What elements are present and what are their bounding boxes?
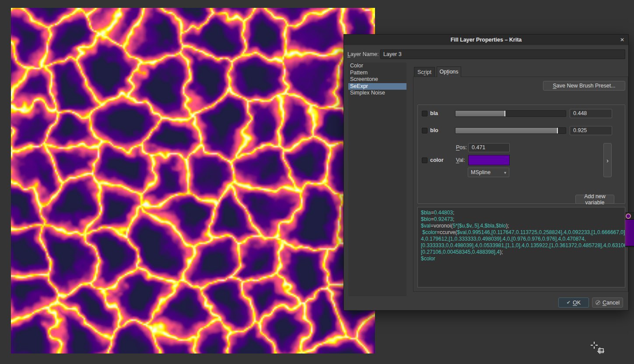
add-new-variable-button[interactable]: Add new variable [575, 195, 614, 204]
layer-name-input[interactable]: Layer 3 [380, 49, 625, 59]
fill-layer-properties-dialog: Fill Layer Properties – Krita ✕ Layer Na… [343, 34, 629, 311]
generator-item-pattern[interactable]: Pattern [348, 70, 406, 77]
val-label: Val: [456, 157, 465, 163]
cancel-slash-icon [595, 300, 600, 305]
tab-options-label: Options [439, 69, 458, 75]
dialog-title: Fill Layer Properties – Krita [451, 37, 522, 43]
chevron-down-icon: ▾ [504, 170, 506, 175]
chevron-right-icon: › [606, 157, 609, 164]
bla-slider-fill [455, 111, 505, 116]
color-checkbox[interactable] [422, 158, 427, 163]
seexpr-texture [11, 8, 375, 354]
blo-value-input[interactable]: 0.925 [570, 126, 612, 135]
script-line: $color [421, 256, 622, 262]
bla-variable-label: bla [430, 110, 438, 116]
generator-item-screentone[interactable]: Screentone [348, 76, 406, 83]
check-icon: ✔ [567, 300, 571, 305]
generator-item-color[interactable]: Color [348, 63, 406, 70]
bla-slider-handle[interactable] [504, 111, 505, 116]
layer-name-label: Layer Name: [347, 51, 379, 57]
interpolation-dropdown[interactable]: MSpline ▾ [468, 168, 509, 177]
pos-label: Pos: [456, 144, 467, 150]
tab-options[interactable]: Options [437, 66, 461, 77]
generator-item-seexpr[interactable]: SeExpr [348, 83, 406, 90]
bla-checkbox[interactable] [422, 111, 427, 116]
script-line: [0.333333,0,0.498039],4,0.0533981,[1,1,0… [421, 242, 622, 249]
seexpr-script-editor[interactable]: $bla=0.44803;$blo=0.92473;$val=voronoi(5… [417, 207, 625, 287]
add-new-variable-label: Add new variable [576, 193, 614, 206]
blo-slider-handle[interactable] [557, 128, 558, 133]
dialog-titlebar[interactable]: Fill Layer Properties – Krita ✕ [344, 35, 628, 45]
crosshair-cursor [591, 342, 598, 349]
gradient-stop-5[interactable] [626, 214, 631, 219]
blo-slider[interactable] [455, 127, 566, 134]
blo-slider-fill [455, 128, 557, 133]
script-line: $color=ccurve($val,0.995146,[0.117647,0.… [421, 229, 622, 236]
variables-group: Pos: 0.471 color Val: MSpline ▾ › Add ne… [417, 105, 625, 204]
script-line: $val=voronoi(5*[$u,$v,.5],4,$bla,$blo); [421, 223, 622, 229]
close-icon[interactable]: ✕ [620, 35, 624, 45]
color-variable-label: color [430, 157, 444, 163]
cancel-label: Cancel [602, 300, 620, 306]
interpolation-value: MSpline [471, 169, 490, 175]
gradient-expand-button[interactable]: › [603, 143, 612, 177]
pos-input[interactable]: 0.471 [468, 143, 510, 152]
generator-list: ColorPatternScreentoneSeExprSimplex Nois… [348, 63, 406, 296]
bla-slider[interactable] [455, 110, 566, 117]
cancel-button[interactable]: Cancel [592, 298, 623, 308]
blo-variable-label: blo [430, 127, 438, 133]
save-new-brush-preset-label: Save New Brush Preset... [553, 83, 615, 89]
tab-script[interactable]: Script [414, 67, 435, 77]
script-line: $blo=0.92473; [421, 216, 622, 223]
script-line: $bla=0.44803; [421, 210, 622, 216]
tab-script-label: Script [417, 69, 431, 75]
bla-value-input[interactable]: 0.448 [570, 109, 612, 118]
crop-tool-icon [597, 347, 604, 354]
script-line: 4,0.179612,[1,0.333333,0.498039],4,0,[0.… [421, 236, 622, 242]
ok-button[interactable]: ✔ OK [558, 298, 589, 308]
script-line: [0.27106,0.00458345,0.488398],4); [421, 249, 622, 256]
val-color-swatch[interactable] [468, 155, 510, 165]
save-new-brush-preset-button[interactable]: Save New Brush Preset... [543, 81, 625, 91]
document-canvas[interactable] [11, 8, 375, 354]
blo-checkbox[interactable] [422, 128, 427, 133]
ok-label: OK [573, 300, 581, 306]
generator-item-simplex-noise[interactable]: Simplex Noise [348, 90, 406, 97]
